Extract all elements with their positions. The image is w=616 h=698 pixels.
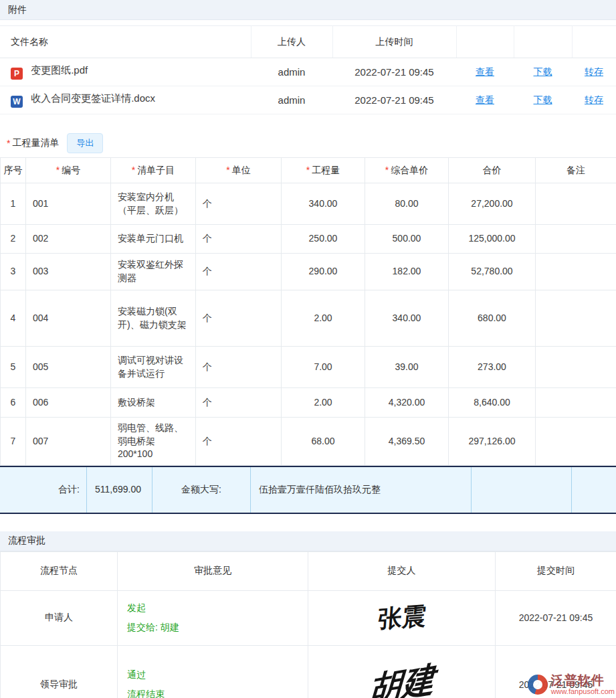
fanpu-logo-icon	[528, 675, 548, 695]
row-remark	[536, 183, 616, 225]
view-cell: 查看	[456, 86, 514, 114]
submitter-signature-cell: 胡建	[308, 645, 496, 698]
fanpu-watermark: 泛普软件 www.fanpusoft.com	[528, 674, 615, 695]
attachment-row: P 变更图纸.pdf admin 2022-07-21 09:45 查看 下载 …	[0, 58, 616, 86]
row-remark	[536, 254, 616, 290]
process-node: 领导审批	[1, 645, 118, 698]
total-label: 合计:	[0, 467, 87, 513]
upload-time: 2022-07-21 09:45	[332, 58, 456, 86]
opinion-line: 提交给: 胡建	[127, 621, 298, 634]
col-remark: 备注	[536, 158, 616, 183]
col-approval-opinion: 审批意见	[118, 551, 308, 590]
total-row-spacer	[472, 467, 572, 513]
row-price: 340.00	[365, 290, 449, 347]
row-price: 39.00	[365, 347, 449, 388]
row-code: 004	[26, 290, 111, 347]
col-total-price: 合价	[449, 158, 536, 183]
approval-row: 领导审批 通过 流程结束 胡建 2022-07-21 09:45	[1, 645, 616, 698]
row-item: 敷设桥架	[111, 388, 196, 418]
row-no: 6	[1, 388, 26, 418]
signature: 张震	[377, 600, 427, 636]
save-cell: 转存	[572, 58, 616, 86]
download-link[interactable]: 下载	[534, 94, 552, 105]
boq-total-row: 合计: 511,699.00 金额大写: 伍拾壹万壹仟陆佰玖拾玖元整	[0, 466, 616, 514]
row-code: 007	[26, 418, 111, 466]
download-cell: 下载	[514, 58, 572, 86]
row-qty: 7.00	[282, 347, 365, 388]
row-total: 52,780.00	[449, 254, 536, 290]
approval-title: 流程审批	[8, 535, 45, 547]
required-mark: *	[7, 138, 10, 149]
row-unit: 个	[196, 388, 282, 418]
row-qty: 2.00	[282, 388, 365, 418]
row-remark	[536, 225, 616, 254]
download-link[interactable]: 下载	[534, 66, 552, 77]
col-submit-time: 提交时间	[496, 551, 616, 590]
col-qty: *工程量	[282, 158, 365, 183]
save-as-link[interactable]: 转存	[585, 94, 603, 105]
approval-table: 流程节点 审批意见 提交人 提交时间 申请人 发起 提交给: 胡建 张震 202…	[0, 551, 616, 698]
save-cell: 转存	[572, 86, 616, 114]
approval-section-header: 流程审批	[0, 531, 616, 551]
row-code: 005	[26, 347, 111, 388]
view-link[interactable]: 查看	[476, 94, 494, 105]
col-process-node: 流程节点	[1, 551, 118, 590]
row-unit: 个	[196, 347, 282, 388]
col-action-save	[572, 26, 616, 58]
opinion-line: 流程结束	[127, 688, 298, 698]
row-unit: 个	[196, 225, 282, 254]
boq-row: 2 002 安装单元门口机 个 250.00 500.00 125,000.00	[1, 225, 616, 254]
col-action-view	[456, 26, 514, 58]
uploader: admin	[251, 58, 332, 86]
attachments-section-header: 附件	[0, 0, 616, 20]
opinion-line: 通过	[127, 669, 298, 681]
row-unit: 个	[196, 290, 282, 347]
file-name-cell: P 变更图纸.pdf	[0, 58, 251, 86]
row-qty: 68.00	[282, 418, 365, 466]
row-code: 001	[26, 183, 111, 225]
boq-row: 4 004 安装磁力锁(双开)、磁力锁支架 个 2.00 340.00 680.…	[1, 290, 616, 347]
word-file-icon: W	[11, 96, 23, 108]
row-price: 4,320.00	[365, 388, 449, 418]
row-code: 006	[26, 388, 111, 418]
file-name-cell: W 收入合同变更签证详情.docx	[0, 86, 251, 114]
approval-header-row: 流程节点 审批意见 提交人 提交时间	[1, 551, 616, 590]
row-no: 2	[1, 225, 26, 254]
row-no: 1	[1, 183, 26, 225]
row-unit: 个	[196, 183, 282, 225]
attachment-row: W 收入合同变更签证详情.docx admin 2022-07-21 09:45…	[0, 86, 616, 114]
boq-row: 3 003 安装双鉴红外探测器 个 290.00 182.00 52,780.0…	[1, 254, 616, 290]
row-unit: 个	[196, 418, 282, 466]
row-total: 680.00	[449, 290, 536, 347]
row-total: 273.00	[449, 347, 536, 388]
row-qty: 340.00	[282, 183, 365, 225]
row-item: 安装磁力锁(双开)、磁力锁支架	[111, 290, 196, 347]
row-item: 安装室内分机（平层、跃层）	[111, 183, 196, 225]
col-file-name: 文件名称	[0, 26, 251, 58]
upload-time: 2022-07-21 09:45	[332, 86, 456, 114]
row-price: 4,369.50	[365, 418, 449, 466]
boq-title: 工程量清单	[12, 137, 59, 149]
col-item: *清单子目	[111, 158, 196, 183]
view-link[interactable]: 查看	[476, 66, 494, 77]
boq-row: 1 001 安装室内分机（平层、跃层） 个 340.00 80.00 27,20…	[1, 183, 616, 225]
boq-table: 序号 *编号 *清单子目 *单位 *工程量 *综合单价 合价 备注 1 001 …	[0, 157, 616, 466]
export-button[interactable]: 导出	[67, 133, 103, 153]
row-no: 3	[1, 254, 26, 290]
row-unit: 个	[196, 254, 282, 290]
approval-opinion: 通过 流程结束	[118, 645, 308, 698]
col-submitter: 提交人	[308, 551, 496, 590]
row-price: 182.00	[365, 254, 449, 290]
approval-opinion: 发起 提交给: 胡建	[118, 590, 308, 645]
row-item: 弱电管、线路、弱电桥架200*100	[111, 418, 196, 466]
submit-time: 2022-07-21 09:45	[496, 590, 616, 645]
row-remark	[536, 388, 616, 418]
watermark-site: www.fanpusoft.com	[551, 687, 615, 695]
save-as-link[interactable]: 转存	[585, 66, 603, 77]
row-total: 8,640.00	[449, 388, 536, 418]
row-code: 003	[26, 254, 111, 290]
opinion-line: 发起	[127, 602, 298, 614]
file-name: 变更图纸.pdf	[31, 64, 88, 76]
row-no: 4	[1, 290, 26, 347]
row-qty: 250.00	[282, 225, 365, 254]
